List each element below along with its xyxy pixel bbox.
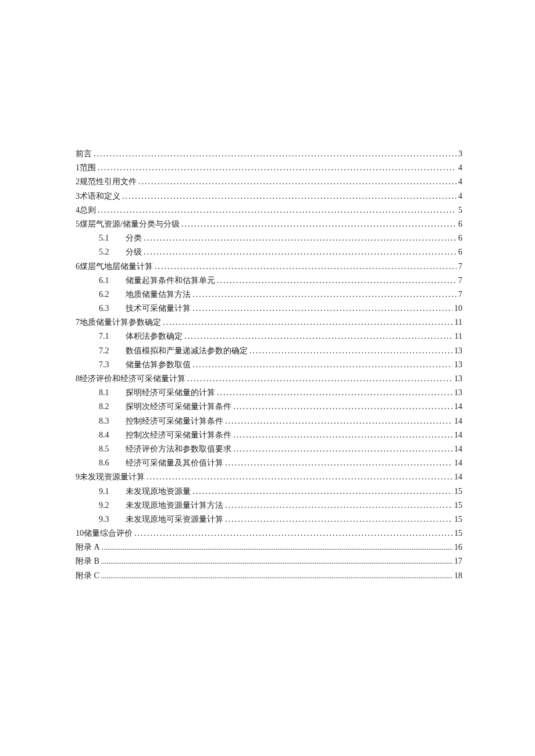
toc-entry-number: 7.2 — [99, 347, 126, 355]
toc-entry-page: 10 — [454, 304, 462, 313]
toc-leader-dots: ........................................… — [225, 417, 452, 425]
toc-entry-page: 15 — [454, 515, 462, 524]
toc-entry[interactable]: 6 煤层气地层储量计算 ............................… — [76, 263, 462, 271]
toc-entry-number: 6.1 — [99, 277, 126, 285]
toc-entry[interactable]: 9 未发现资源量计算 .............................… — [76, 473, 462, 481]
toc-entry[interactable]: 5 煤层气资源/储量分类与分级 ........................… — [76, 220, 462, 228]
toc-entry[interactable]: 9.2未发现原地资源量计算方法 ........................… — [76, 501, 462, 510]
toc-entry[interactable]: 8.5经济评价方法和参数取值要求 .......................… — [76, 445, 462, 453]
toc-entry-page: 14 — [454, 459, 462, 467]
toc-entry-page: 13 — [454, 389, 462, 397]
toc-entry[interactable]: 5.2分级 ..................................… — [76, 248, 462, 256]
toc-entry-page: 7 — [458, 277, 462, 285]
toc-entry-number: 3 — [76, 192, 80, 200]
toc-entry[interactable]: 6.1储量起算条件和估算单元 .........................… — [76, 277, 462, 285]
toc-entry[interactable]: 附录 B ...................................… — [76, 557, 462, 565]
toc-entry-page: 7 — [458, 291, 462, 299]
toc-leader-dots: ........................................… — [192, 361, 452, 369]
toc-entry-label: 煤层气地层储量计算 — [80, 263, 153, 271]
toc-leader-dots: ........................................… — [184, 332, 453, 341]
toc-entry[interactable]: 6.3技术可采储量计算 ............................… — [76, 304, 462, 313]
toc-entry-number: 8.4 — [99, 431, 126, 439]
toc-entry[interactable]: 10 储量综合评价 ..............................… — [76, 529, 462, 538]
toc-entry-page: 13 — [454, 375, 462, 383]
toc-entry-number: 8.6 — [99, 459, 126, 467]
toc-entry[interactable]: 1 范围 ...................................… — [76, 164, 462, 172]
toc-entry-label: 未发现原地可采资源量计算 — [126, 515, 223, 524]
toc-entry[interactable]: 8.1探明经济可采储量的计算 .........................… — [76, 389, 462, 397]
toc-entry[interactable]: 7.2数值模拟和产量递减法参数的确定 .....................… — [76, 347, 462, 355]
toc-entry[interactable]: 前言 .....................................… — [76, 150, 462, 158]
toc-leader-dots: ........................................… — [147, 473, 452, 481]
toc-page: 前言 .....................................… — [0, 0, 535, 756]
toc-entry-label: 附录 B — [76, 557, 99, 565]
toc-entry-number: 5.2 — [99, 248, 126, 256]
toc-entry-page: 18 — [454, 572, 462, 580]
toc-entry-label: 探明次经济可采储量计算条件 — [126, 403, 231, 411]
toc-leader-dots: ........................................… — [187, 375, 452, 383]
toc-entry-number: 8.3 — [99, 417, 126, 425]
toc-entry-number: 8 — [76, 375, 80, 383]
toc-entry-number: 9.3 — [99, 515, 126, 524]
toc-entry-number: 9.2 — [99, 501, 126, 510]
toc-entry-number: 2 — [76, 178, 80, 186]
toc-leader-dots: ........................................… — [233, 445, 452, 453]
toc-leader-dots: ........................................… — [192, 488, 452, 496]
toc-entry-number: 10 — [76, 529, 84, 538]
toc-entry-label: 前言 — [76, 150, 92, 158]
toc-leader-dots: ........................................… — [163, 318, 453, 327]
toc-entry-label: 控制次经济可采储量计算条件 — [126, 431, 231, 439]
toc-leader-dots: ........................................… — [94, 150, 456, 158]
toc-entry-number: 4 — [76, 206, 80, 214]
toc-entry[interactable]: 7 地质储量计算参数确定 ...........................… — [76, 318, 462, 327]
toc-entry-page: 15 — [454, 529, 462, 538]
toc-entry-label: 未发现原地资源量 — [126, 488, 191, 496]
toc-entry[interactable]: 附录 A ...................................… — [76, 543, 462, 551]
toc-entry-page: 14 — [454, 417, 462, 425]
toc-entry[interactable]: 2 规范性引用文件 ..............................… — [76, 178, 462, 186]
toc-entry[interactable]: 6.2地质储量估算方法 ............................… — [76, 291, 462, 299]
toc-entry[interactable]: 9.3未发现原地可采资源量计算 ........................… — [76, 515, 462, 524]
toc-entry[interactable]: 8 经济评价和经济可采储量计算 ........................… — [76, 375, 462, 383]
toc-entry-label: 煤层气资源/储量分类与分级 — [80, 220, 180, 228]
toc-entry[interactable]: 7.3储量估算参数取值 ............................… — [76, 361, 462, 369]
toc-entry[interactable]: 8.4控制次经济可采储量计算条件 .......................… — [76, 431, 462, 439]
toc-entry-label: 分级 — [126, 248, 142, 256]
toc-entry[interactable]: 3 术语和定义 ................................… — [76, 192, 462, 200]
toc-entry[interactable]: 8.3控制经济可采储量计算条件 ........................… — [76, 417, 462, 425]
toc-entry-page: 11 — [455, 332, 462, 341]
toc-entry-number: 5.1 — [99, 234, 126, 242]
toc-leader-dots: ........................................… — [134, 529, 452, 538]
toc-entry[interactable]: 7.1体积法参数确定 .............................… — [76, 332, 462, 341]
toc-entry[interactable]: 8.2探明次经济可采储量计算条件 .......................… — [76, 403, 462, 411]
toc-entry-number: 6 — [76, 263, 80, 271]
toc-leader-dots: ........................................… — [155, 263, 456, 271]
toc-leader-dots: ........................................… — [138, 178, 456, 186]
toc-entry-number: 1 — [76, 164, 80, 172]
toc-entry[interactable]: 4 总则 ...................................… — [76, 206, 462, 214]
toc-entry-page: 3 — [458, 150, 462, 158]
toc-entry[interactable]: 附录 C ...................................… — [76, 572, 462, 580]
toc-leader-dots: ........................................… — [102, 543, 452, 551]
toc-entry-page: 14 — [454, 473, 462, 481]
toc-entry-label: 范围 — [80, 164, 96, 172]
toc-leader-dots: ........................................… — [192, 291, 456, 299]
toc-leader-dots: ........................................… — [98, 164, 456, 172]
toc-entry[interactable]: 5.1分类 ..................................… — [76, 234, 462, 242]
toc-entry[interactable]: 8.6经济可采储量及其价值计算 ........................… — [76, 459, 462, 467]
toc-entry-page: 17 — [454, 557, 462, 565]
toc-entry-page: 5 — [458, 206, 462, 214]
toc-entry-number: 9 — [76, 473, 80, 481]
toc-entry-page: 6 — [458, 248, 462, 256]
toc-entry-page: 14 — [454, 403, 462, 411]
toc-entry-page: 6 — [458, 220, 462, 228]
toc-leader-dots: ........................................… — [101, 557, 452, 565]
toc-entry-label: 附录 A — [76, 543, 100, 551]
toc-entry-number: 8.1 — [99, 389, 126, 397]
toc-entry-label: 探明经济可采储量的计算 — [126, 389, 215, 397]
toc-entry-label: 技术可采储量计算 — [126, 304, 191, 313]
toc-leader-dots: ........................................… — [225, 459, 452, 467]
toc-entry[interactable]: 9.1未发现原地资源量 ............................… — [76, 488, 462, 496]
toc-leader-dots: ........................................… — [225, 501, 452, 510]
toc-entry-page: 13 — [454, 347, 462, 355]
